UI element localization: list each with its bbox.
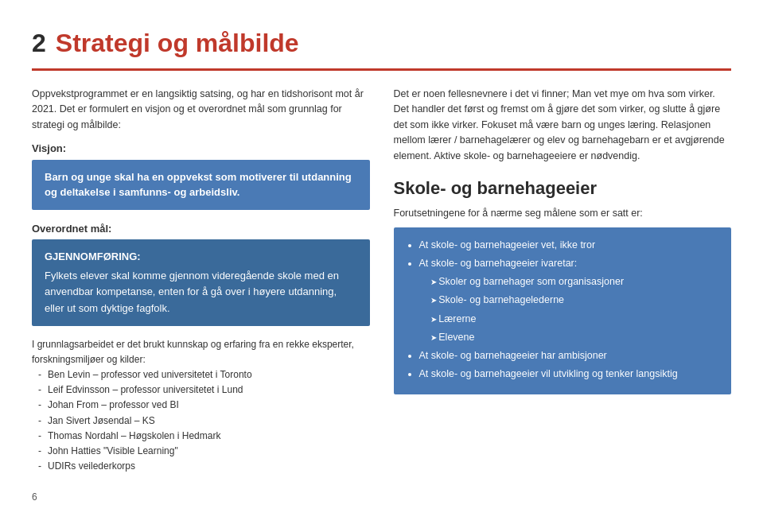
skole-heading: Skole- og barnehageeier [394, 175, 732, 201]
title-number: 2 [32, 24, 46, 62]
content-columns: Oppvekstprogrammet er en langsiktig sats… [32, 87, 731, 474]
bullet-item: At skole- og barnehageeier vil utvikling… [419, 366, 719, 382]
list-item: Thomas Nordahl – Høgskolen i Hedmark [41, 429, 370, 444]
sub-item: Skoler og barnehager som organisasjoner [430, 274, 719, 290]
sources-intro: I grunnlagsarbeidet er det brukt kunnska… [32, 337, 370, 367]
sources-list: Ben Levin – professor ved universitetet … [32, 367, 370, 474]
forutsetning-text: Forutsetningene for å nærme seg målene s… [394, 206, 732, 221]
list-item: Leif Edvinsson – professor universitetet… [41, 382, 370, 398]
vision-box: Barn og unge skal ha en oppvekst som mot… [32, 160, 370, 210]
sub-item: Elevene [430, 329, 719, 346]
list-item: John Hatties "Visible Learning" [41, 444, 370, 459]
bullet-item: At skole- og barnehageeier vet, ikke tro… [419, 237, 719, 254]
sources-section: I grunnlagsarbeidet er det brukt kunnska… [32, 337, 370, 475]
page-footer: 6 [32, 490, 731, 504]
list-item: Ben Levin – professor ved universitetet … [41, 367, 370, 382]
list-item: Johan From – professor ved BI [41, 398, 370, 413]
intro-text: Oppvekstprogrammet er en langsiktig sats… [32, 87, 370, 133]
gjennomforing-text: Fylkets elever skal komme gjennom videre… [45, 270, 339, 313]
gjennomforing-box: GJENNOMFØRING: Fylkets elever skal komme… [32, 239, 370, 326]
bullet-item: At skole- og barnehageeier har ambisjone… [419, 348, 719, 364]
page-header: 2 Strategi og målbilde [32, 24, 731, 71]
vision-label: Visjon: [32, 141, 370, 157]
overordnet-label: Overordnet mål: [32, 221, 370, 237]
sub-item: Skole- og barnehagelederne [430, 292, 719, 309]
page-number: 6 [32, 491, 37, 503]
list-item: Jan Sivert Jøsendal – KS [41, 414, 370, 429]
gjennomforing-title: GJENNOMFØRING: [45, 249, 357, 265]
page-title: 2 Strategi og målbilde [32, 24, 731, 62]
bullet-item: At skole- og barnehageeier ivaretar: Sko… [419, 255, 719, 346]
vision-box-text: Barn og unge skal ha en oppvekst som mot… [45, 171, 352, 199]
list-item: UDIRs veilederkorps [41, 459, 370, 474]
right-column: Det er noen fellesnevnere i det vi finne… [394, 87, 732, 474]
title-text: Strategi og målbilde [56, 24, 299, 62]
bullet-box: At skole- og barnehageeier vet, ikke tro… [394, 227, 732, 394]
right-top-text: Det er noen fellesnevnere i det vi finne… [394, 87, 732, 164]
left-column: Oppvekstprogrammet er en langsiktig sats… [32, 87, 370, 474]
sub-item: Lærerne [430, 311, 719, 328]
